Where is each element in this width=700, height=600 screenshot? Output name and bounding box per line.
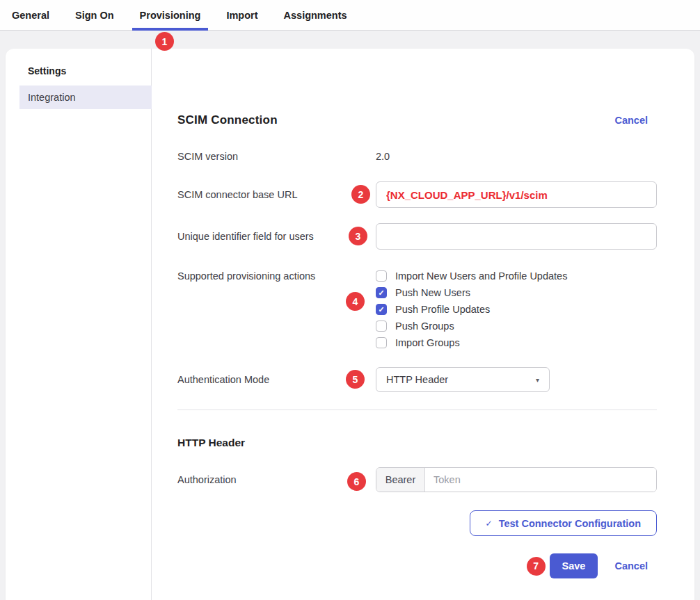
step-badge-3: 3 bbox=[349, 227, 367, 245]
scim-version-value: 2.0 bbox=[376, 149, 390, 163]
save-row: 7 Save Cancel bbox=[177, 553, 657, 578]
checkbox-row-push-new-users[interactable]: ✓ Push New Users bbox=[376, 284, 567, 301]
section-divider bbox=[177, 410, 657, 410]
token-input[interactable] bbox=[425, 468, 656, 492]
chevron-down-icon: ▾ bbox=[536, 376, 539, 384]
tab-label: Sign On bbox=[75, 10, 114, 21]
page-title: SCIM Connection bbox=[177, 113, 278, 127]
checkbox-icon[interactable]: ✓ bbox=[376, 337, 387, 348]
checkbox-label: Push New Users bbox=[395, 287, 470, 298]
provisioning-actions-row: Supported provisioning actions 4 ✓ Impor… bbox=[177, 268, 657, 351]
checkbox-row-push-groups[interactable]: ✓ Push Groups bbox=[376, 318, 567, 334]
app-tabbar: General Sign On Provisioning Import Assi… bbox=[0, 0, 700, 31]
provisioning-card: Settings Integration SCIM Connection Can… bbox=[6, 49, 694, 600]
auth-mode-row: Authentication Mode 5 HTTP Header ▾ bbox=[177, 367, 657, 392]
tab-general[interactable]: General bbox=[4, 0, 57, 30]
checkbox-label: Push Profile Updates bbox=[395, 304, 490, 315]
checkbox-row-import-groups[interactable]: ✓ Import Groups bbox=[376, 334, 567, 351]
auth-mode-select[interactable]: HTTP Header ▾ bbox=[376, 367, 550, 392]
tab-sign-on[interactable]: Sign On bbox=[67, 0, 122, 30]
step-badge-1: 1 bbox=[155, 32, 174, 51]
tab-import[interactable]: Import bbox=[218, 0, 265, 30]
step-badge-2: 2 bbox=[351, 185, 370, 204]
tab-provisioning[interactable]: Provisioning bbox=[132, 0, 209, 30]
step-badge-6: 6 bbox=[347, 472, 366, 491]
checkbox-label: Push Groups bbox=[395, 321, 454, 332]
settings-sidebar: Settings Integration bbox=[6, 49, 152, 600]
checkbox-row-import-new-users[interactable]: ✓ Import New Users and Profile Updates bbox=[376, 268, 567, 284]
auth-mode-selected-value: HTTP Header bbox=[386, 374, 448, 385]
test-connector-label: Test Connector Configuration bbox=[499, 518, 641, 529]
checkbox-icon[interactable]: ✓ bbox=[376, 321, 387, 332]
save-button[interactable]: Save bbox=[550, 553, 598, 578]
tab-assignments[interactable]: Assignments bbox=[276, 0, 355, 30]
scim-version-label: SCIM version bbox=[177, 149, 376, 163]
base-url-label: SCIM connector base URL bbox=[177, 188, 376, 202]
tab-label: Assignments bbox=[284, 10, 347, 21]
form-title-row: SCIM Connection Cancel bbox=[177, 113, 657, 127]
authorization-input-group: Bearer bbox=[376, 467, 657, 492]
checkmark-icon: ✓ bbox=[378, 306, 384, 314]
checkmark-icon: ✓ bbox=[378, 289, 384, 297]
checkbox-icon[interactable]: ✓ bbox=[376, 270, 387, 282]
sidebar-item-label: Integration bbox=[28, 92, 76, 103]
scim-version-row: SCIM version 2.0 bbox=[177, 149, 657, 163]
test-connector-row: ✓ Test Connector Configuration bbox=[177, 510, 657, 536]
checkbox-label: Import New Users and Profile Updates bbox=[395, 270, 567, 282]
scim-connection-form: SCIM Connection Cancel SCIM version 2.0 … bbox=[152, 49, 694, 600]
test-connector-button[interactable]: ✓ Test Connector Configuration bbox=[470, 510, 657, 536]
checkbox-icon[interactable]: ✓ bbox=[376, 287, 387, 298]
tab-label: Provisioning bbox=[140, 10, 201, 21]
base-url-input[interactable] bbox=[376, 181, 657, 208]
sidebar-header: Settings bbox=[28, 65, 151, 76]
step-badge-4: 4 bbox=[346, 292, 365, 311]
cancel-link-top[interactable]: Cancel bbox=[614, 115, 648, 126]
unique-id-row: Unique identifier field for users 3 bbox=[177, 223, 657, 250]
tab-label: Import bbox=[226, 10, 257, 21]
base-url-row: SCIM connector base URL 2 bbox=[177, 181, 657, 208]
provisioning-actions-label: Supported provisioning actions bbox=[177, 268, 376, 284]
cancel-button[interactable]: Cancel bbox=[614, 560, 648, 571]
checkmark-icon: ✓ bbox=[486, 519, 493, 528]
tab-label: General bbox=[12, 10, 49, 21]
checkbox-icon[interactable]: ✓ bbox=[376, 304, 387, 315]
unique-id-input[interactable] bbox=[376, 223, 657, 250]
sidebar-item-integration[interactable]: Integration bbox=[19, 86, 152, 109]
bearer-prefix: Bearer bbox=[376, 468, 425, 492]
step-badge-7: 7 bbox=[527, 557, 546, 576]
checkbox-label: Import Groups bbox=[395, 337, 460, 348]
provisioning-actions-list: ✓ Import New Users and Profile Updates ✓… bbox=[376, 268, 567, 351]
checkbox-row-push-profile-updates[interactable]: ✓ Push Profile Updates bbox=[376, 301, 567, 318]
authorization-label: Authorization bbox=[177, 473, 376, 487]
authorization-row: Authorization 6 Bearer bbox=[177, 467, 657, 492]
unique-id-label: Unique identifier field for users bbox=[177, 229, 376, 243]
http-header-section-title: HTTP Header bbox=[177, 437, 657, 449]
step-badge-5: 5 bbox=[346, 370, 365, 389]
